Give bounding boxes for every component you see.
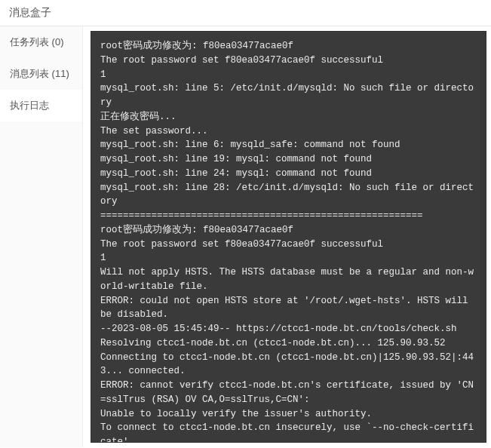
dialog-body: 任务列表 (0) 消息列表 (11) 执行日志 root密码成功修改为: f80… (0, 26, 491, 447)
sidebar-item-label: 任务列表 (0) (10, 36, 64, 48)
sidebar-item-exec-log[interactable]: 执行日志 (0, 90, 82, 121)
dialog-header: 消息盒子 (0, 0, 491, 26)
terminal-output[interactable]: root密码成功修改为: f80ea03477acae0f The root p… (91, 31, 486, 443)
main-panel: root密码成功修改为: f80ea03477acae0f The root p… (83, 26, 491, 447)
sidebar-item-label: 执行日志 (10, 100, 49, 111)
dialog-title: 消息盒子 (9, 6, 51, 18)
sidebar-item-messages[interactable]: 消息列表 (11) (0, 58, 82, 90)
sidebar: 任务列表 (0) 消息列表 (11) 执行日志 (0, 26, 83, 447)
sidebar-item-tasks[interactable]: 任务列表 (0) (0, 26, 82, 58)
sidebar-item-label: 消息列表 (11) (10, 68, 69, 79)
